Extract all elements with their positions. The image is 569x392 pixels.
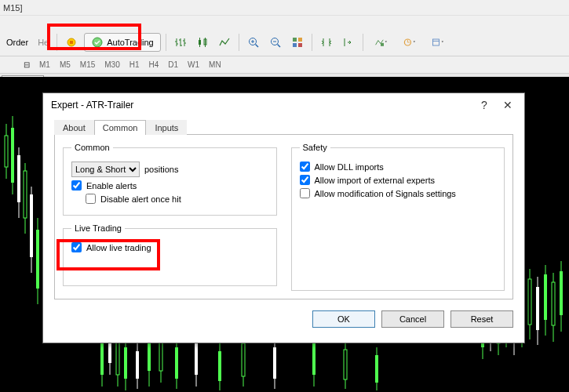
svg-rect-79 bbox=[528, 279, 531, 325]
positions-select[interactable]: Long & Short bbox=[71, 162, 140, 177]
bar-chart-icon[interactable] bbox=[171, 33, 190, 52]
common-legend: Common bbox=[71, 143, 113, 152]
zoom-in-icon[interactable] bbox=[244, 33, 263, 52]
svg-rect-14 bbox=[293, 38, 297, 42]
svg-rect-33 bbox=[30, 194, 33, 257]
tf-d1[interactable]: D1 bbox=[163, 59, 183, 71]
svg-rect-55 bbox=[218, 351, 221, 381]
svg-rect-43 bbox=[124, 347, 127, 379]
candle-chart-icon[interactable] bbox=[193, 33, 212, 52]
expert-advisor-icon[interactable] bbox=[62, 33, 81, 52]
tf-h1[interactable]: H1 bbox=[125, 59, 144, 71]
tf-m5[interactable]: M5 bbox=[55, 59, 75, 71]
main-toolbar: Order He AutoTrading bbox=[0, 28, 569, 56]
auto-trading-icon bbox=[91, 36, 104, 49]
svg-rect-59 bbox=[273, 347, 276, 379]
expert-properties-dialog: Expert - ATR-Trailer ? ✕ About Common In… bbox=[42, 93, 525, 343]
svg-line-8 bbox=[255, 44, 258, 47]
svg-rect-37 bbox=[100, 339, 104, 375]
window-title-fragment: M15] bbox=[3, 3, 22, 13]
tf-mn[interactable]: MN bbox=[204, 59, 226, 71]
allow-dll-checkbox[interactable] bbox=[300, 162, 310, 172]
close-icon[interactable]: ✕ bbox=[496, 99, 520, 111]
svg-rect-16 bbox=[293, 43, 297, 47]
ok-button[interactable]: OK bbox=[312, 310, 375, 328]
svg-rect-63 bbox=[344, 350, 347, 379]
svg-rect-61 bbox=[312, 343, 316, 375]
auto-trading-label: AutoTrading bbox=[107, 38, 154, 47]
menu-help[interactable]: He bbox=[35, 38, 52, 47]
line-chart-icon[interactable] bbox=[215, 33, 234, 52]
shift-chart-icon[interactable] bbox=[339, 33, 358, 52]
dialog-title: Expert - ATR-Trailer bbox=[51, 100, 133, 111]
tf-w1[interactable]: W1 bbox=[183, 59, 204, 71]
disable-alert-once-checkbox[interactable] bbox=[86, 194, 96, 204]
tab-about[interactable]: About bbox=[54, 120, 94, 135]
allow-live-trading-label: Allow live trading bbox=[86, 243, 151, 252]
enable-alerts-checkbox[interactable] bbox=[71, 180, 82, 191]
svg-rect-29 bbox=[17, 155, 20, 202]
periodicity-icon[interactable] bbox=[396, 33, 421, 52]
svg-rect-81 bbox=[536, 287, 539, 330]
common-group: Common Long & Short positions Enable ale… bbox=[63, 143, 277, 216]
enable-alerts-label: Enable alerts bbox=[86, 181, 137, 191]
auto-trading-button[interactable]: AutoTrading bbox=[84, 33, 161, 52]
svg-rect-18 bbox=[381, 42, 384, 45]
allow-signals-label: Allow modification of Signals settings bbox=[315, 189, 456, 198]
svg-rect-85 bbox=[552, 282, 555, 325]
dialog-tabs: About Common Inputs bbox=[54, 120, 513, 135]
templates-icon[interactable] bbox=[425, 33, 450, 52]
svg-rect-87 bbox=[560, 271, 563, 315]
scroll-chart-icon[interactable] bbox=[317, 33, 336, 52]
menu-order[interactable]: Order bbox=[3, 38, 31, 47]
svg-rect-31 bbox=[24, 171, 27, 218]
tf-h4[interactable]: H4 bbox=[144, 59, 164, 71]
safety-group: Safety Allow DLL imports Allow import of… bbox=[291, 143, 505, 291]
svg-rect-47 bbox=[148, 339, 151, 371]
tab-common[interactable]: Common bbox=[94, 120, 147, 135]
tf-m1[interactable]: M1 bbox=[35, 59, 55, 71]
tf-m30[interactable]: M30 bbox=[100, 59, 124, 71]
help-icon[interactable]: ? bbox=[472, 99, 496, 111]
zoom-out-icon[interactable] bbox=[266, 33, 285, 52]
svg-rect-25 bbox=[5, 136, 8, 167]
disable-alert-once-label: Disable alert once hit bbox=[100, 194, 181, 204]
svg-line-12 bbox=[277, 44, 280, 47]
indicators-icon[interactable] bbox=[368, 33, 393, 52]
svg-rect-51 bbox=[175, 347, 178, 379]
positions-label: positions bbox=[144, 165, 178, 174]
svg-rect-83 bbox=[544, 274, 547, 320]
live-trading-group: Live Trading Allow live trading bbox=[63, 223, 277, 286]
svg-rect-53 bbox=[195, 339, 198, 375]
svg-rect-15 bbox=[298, 38, 302, 42]
tile-windows-icon[interactable] bbox=[288, 33, 307, 52]
svg-rect-57 bbox=[242, 343, 245, 376]
svg-rect-45 bbox=[136, 351, 139, 379]
allow-external-experts-label: Allow import of external experts bbox=[315, 176, 435, 185]
svg-rect-65 bbox=[375, 355, 378, 383]
timeframe-bar: ⊟ M1 M5 M15 M30 H1 H4 D1 W1 MN bbox=[0, 56, 569, 74]
svg-rect-22 bbox=[432, 39, 439, 45]
svg-rect-27 bbox=[11, 128, 14, 183]
allow-signals-checkbox[interactable] bbox=[300, 188, 310, 198]
tab-inputs[interactable]: Inputs bbox=[146, 120, 187, 135]
svg-rect-17 bbox=[298, 43, 302, 47]
cancel-button[interactable]: Cancel bbox=[381, 310, 444, 328]
allow-live-trading-checkbox[interactable] bbox=[71, 242, 82, 252]
div-icon[interactable]: ⊟ bbox=[24, 59, 35, 71]
reset-button[interactable]: Reset bbox=[450, 310, 513, 328]
svg-rect-35 bbox=[36, 230, 39, 289]
allow-external-experts-checkbox[interactable] bbox=[300, 175, 310, 185]
svg-rect-1 bbox=[70, 41, 73, 44]
safety-legend: Safety bbox=[300, 143, 330, 152]
live-trading-legend: Live Trading bbox=[71, 223, 125, 233]
tf-m15[interactable]: M15 bbox=[75, 59, 100, 71]
allow-dll-label: Allow DLL imports bbox=[315, 162, 384, 172]
